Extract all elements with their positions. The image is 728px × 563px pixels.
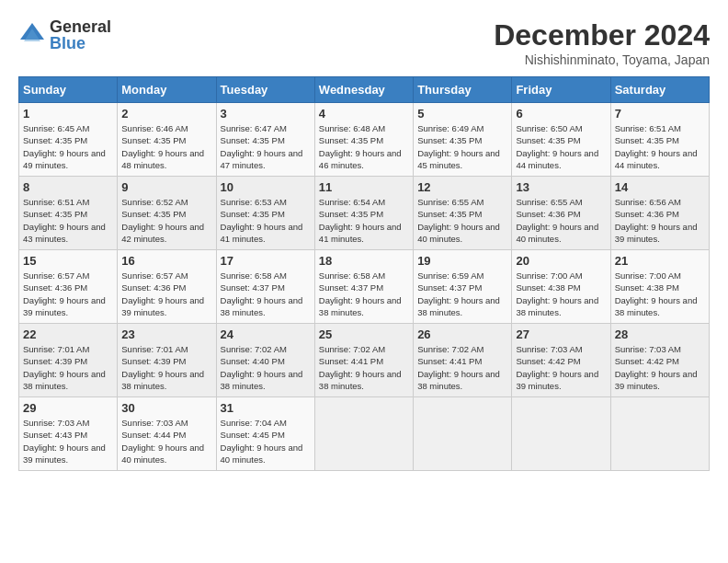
day-info: Sunrise: 7:01 AM Sunset: 4:39 PM Dayligh… xyxy=(23,343,113,392)
sunset-text: Sunset: 4:35 PM xyxy=(221,135,285,145)
calendar-cell: 31 Sunrise: 7:04 AM Sunset: 4:45 PM Dayl… xyxy=(216,397,314,471)
daylight-text: Daylight: 9 hours and 39 minutes. xyxy=(615,222,698,244)
header-saturday: Saturday xyxy=(610,77,709,103)
sunset-text: Sunset: 4:37 PM xyxy=(319,282,383,293)
day-info: Sunrise: 6:56 AM Sunset: 4:36 PM Dayligh… xyxy=(615,196,705,245)
day-number: 14 xyxy=(615,180,705,194)
title-area: December 2024 Nishishinminato, Toyama, J… xyxy=(494,18,710,67)
sunrise-text: Sunrise: 7:02 AM xyxy=(319,344,385,354)
day-info: Sunrise: 6:58 AM Sunset: 4:37 PM Dayligh… xyxy=(319,270,409,318)
day-number: 15 xyxy=(23,254,113,268)
calendar-cell: 29 Sunrise: 7:03 AM Sunset: 4:43 PM Dayl… xyxy=(19,397,118,471)
day-info: Sunrise: 6:47 AM Sunset: 4:35 PM Dayligh… xyxy=(221,122,311,171)
sunrise-text: Sunrise: 6:55 AM xyxy=(417,197,483,207)
daylight-text: Daylight: 9 hours and 44 minutes. xyxy=(516,148,598,170)
day-number: 10 xyxy=(221,180,311,194)
sunset-text: Sunset: 4:35 PM xyxy=(319,209,383,219)
sunrise-text: Sunrise: 7:00 AM xyxy=(615,270,681,281)
day-info: Sunrise: 7:02 AM Sunset: 4:41 PM Dayligh… xyxy=(319,343,409,392)
daylight-text: Daylight: 9 hours and 38 minutes. xyxy=(23,369,106,391)
calendar-cell xyxy=(512,397,610,471)
calendar-week-1: 1 Sunrise: 6:45 AM Sunset: 4:35 PM Dayli… xyxy=(19,103,710,177)
calendar-header-row: SundayMondayTuesdayWednesdayThursdayFrid… xyxy=(19,77,710,103)
calendar-week-5: 29 Sunrise: 7:03 AM Sunset: 4:43 PM Dayl… xyxy=(19,397,710,471)
sunset-text: Sunset: 4:35 PM xyxy=(121,135,186,145)
day-number: 2 xyxy=(121,107,211,121)
day-info: Sunrise: 6:58 AM Sunset: 4:37 PM Dayligh… xyxy=(221,270,311,318)
daylight-text: Daylight: 9 hours and 39 minutes. xyxy=(23,442,106,465)
sunset-text: Sunset: 4:35 PM xyxy=(417,135,482,145)
calendar-week-4: 22 Sunrise: 7:01 AM Sunset: 4:39 PM Dayl… xyxy=(19,324,710,397)
calendar-cell: 21 Sunrise: 7:00 AM Sunset: 4:38 PM Dayl… xyxy=(610,250,709,324)
calendar-cell: 1 Sunrise: 6:45 AM Sunset: 4:35 PM Dayli… xyxy=(19,103,118,177)
daylight-text: Daylight: 9 hours and 47 minutes. xyxy=(221,148,303,170)
day-number: 22 xyxy=(23,327,113,341)
sunset-text: Sunset: 4:35 PM xyxy=(615,135,679,145)
daylight-text: Daylight: 9 hours and 38 minutes. xyxy=(121,369,204,391)
day-info: Sunrise: 6:55 AM Sunset: 4:35 PM Dayligh… xyxy=(417,196,507,245)
sunset-text: Sunset: 4:35 PM xyxy=(23,135,87,145)
daylight-text: Daylight: 9 hours and 38 minutes. xyxy=(319,369,402,391)
calendar-cell: 20 Sunrise: 7:00 AM Sunset: 4:38 PM Dayl… xyxy=(512,250,610,324)
sunrise-text: Sunrise: 7:01 AM xyxy=(121,344,188,354)
sunrise-text: Sunrise: 6:46 AM xyxy=(121,123,188,133)
day-info: Sunrise: 6:53 AM Sunset: 4:35 PM Dayligh… xyxy=(221,196,311,245)
calendar-cell: 11 Sunrise: 6:54 AM Sunset: 4:35 PM Dayl… xyxy=(314,177,413,250)
sunset-text: Sunset: 4:36 PM xyxy=(615,209,679,219)
calendar-cell: 9 Sunrise: 6:52 AM Sunset: 4:35 PM Dayli… xyxy=(118,177,216,250)
calendar-cell: 3 Sunrise: 6:47 AM Sunset: 4:35 PM Dayli… xyxy=(216,103,314,177)
daylight-text: Daylight: 9 hours and 45 minutes. xyxy=(417,148,500,170)
day-info: Sunrise: 7:03 AM Sunset: 4:42 PM Dayligh… xyxy=(615,343,705,392)
day-number: 7 xyxy=(615,107,705,121)
sunrise-text: Sunrise: 6:52 AM xyxy=(121,197,188,207)
day-info: Sunrise: 7:02 AM Sunset: 4:41 PM Dayligh… xyxy=(417,343,507,392)
sunrise-text: Sunrise: 6:58 AM xyxy=(221,270,287,281)
daylight-text: Daylight: 9 hours and 38 minutes. xyxy=(516,295,598,317)
location: Nishishinminato, Toyama, Japan xyxy=(494,52,710,67)
sunrise-text: Sunrise: 7:03 AM xyxy=(615,344,681,354)
day-number: 25 xyxy=(319,327,409,341)
sunrise-text: Sunrise: 6:57 AM xyxy=(121,270,188,281)
sunset-text: Sunset: 4:42 PM xyxy=(615,356,679,366)
calendar-cell: 17 Sunrise: 6:58 AM Sunset: 4:37 PM Dayl… xyxy=(216,250,314,324)
day-number: 30 xyxy=(121,401,211,415)
daylight-text: Daylight: 9 hours and 38 minutes. xyxy=(221,295,303,317)
calendar-cell: 27 Sunrise: 7:03 AM Sunset: 4:42 PM Dayl… xyxy=(512,324,610,397)
day-number: 12 xyxy=(417,180,507,194)
calendar-cell: 12 Sunrise: 6:55 AM Sunset: 4:35 PM Dayl… xyxy=(414,177,512,250)
day-number: 27 xyxy=(516,327,606,341)
day-info: Sunrise: 6:55 AM Sunset: 4:36 PM Dayligh… xyxy=(516,196,606,245)
calendar-cell: 13 Sunrise: 6:55 AM Sunset: 4:36 PM Dayl… xyxy=(512,177,610,250)
sunset-text: Sunset: 4:42 PM xyxy=(516,356,580,366)
day-number: 28 xyxy=(615,327,705,341)
day-number: 21 xyxy=(615,254,705,268)
daylight-text: Daylight: 9 hours and 39 minutes. xyxy=(615,369,698,391)
sunset-text: Sunset: 4:36 PM xyxy=(516,209,580,219)
daylight-text: Daylight: 9 hours and 44 minutes. xyxy=(615,148,698,170)
day-number: 1 xyxy=(23,107,113,121)
sunrise-text: Sunrise: 7:02 AM xyxy=(417,344,483,354)
calendar-cell: 18 Sunrise: 6:58 AM Sunset: 4:37 PM Dayl… xyxy=(314,250,413,324)
calendar-cell xyxy=(414,397,512,471)
calendar-cell: 22 Sunrise: 7:01 AM Sunset: 4:39 PM Dayl… xyxy=(19,324,118,397)
sunrise-text: Sunrise: 6:57 AM xyxy=(23,270,89,281)
daylight-text: Daylight: 9 hours and 40 minutes. xyxy=(221,442,303,465)
sunrise-text: Sunrise: 6:49 AM xyxy=(417,123,483,133)
sunrise-text: Sunrise: 6:50 AM xyxy=(516,123,582,133)
day-number: 9 xyxy=(121,180,211,194)
sunrise-text: Sunrise: 6:56 AM xyxy=(615,197,681,207)
day-info: Sunrise: 6:49 AM Sunset: 4:35 PM Dayligh… xyxy=(417,122,507,171)
daylight-text: Daylight: 9 hours and 43 minutes. xyxy=(23,222,106,244)
day-info: Sunrise: 6:59 AM Sunset: 4:37 PM Dayligh… xyxy=(417,270,507,318)
daylight-text: Daylight: 9 hours and 41 minutes. xyxy=(221,222,303,244)
day-info: Sunrise: 7:03 AM Sunset: 4:43 PM Dayligh… xyxy=(23,417,113,465)
sunrise-text: Sunrise: 6:48 AM xyxy=(319,123,385,133)
sunrise-text: Sunrise: 6:58 AM xyxy=(319,270,385,281)
sunrise-text: Sunrise: 6:45 AM xyxy=(23,123,89,133)
calendar-table: SundayMondayTuesdayWednesdayThursdayFrid… xyxy=(18,76,710,471)
sunrise-text: Sunrise: 6:47 AM xyxy=(221,123,287,133)
day-number: 24 xyxy=(221,327,311,341)
sunrise-text: Sunrise: 6:55 AM xyxy=(516,197,582,207)
daylight-text: Daylight: 9 hours and 48 minutes. xyxy=(121,148,204,170)
sunset-text: Sunset: 4:36 PM xyxy=(23,282,87,293)
